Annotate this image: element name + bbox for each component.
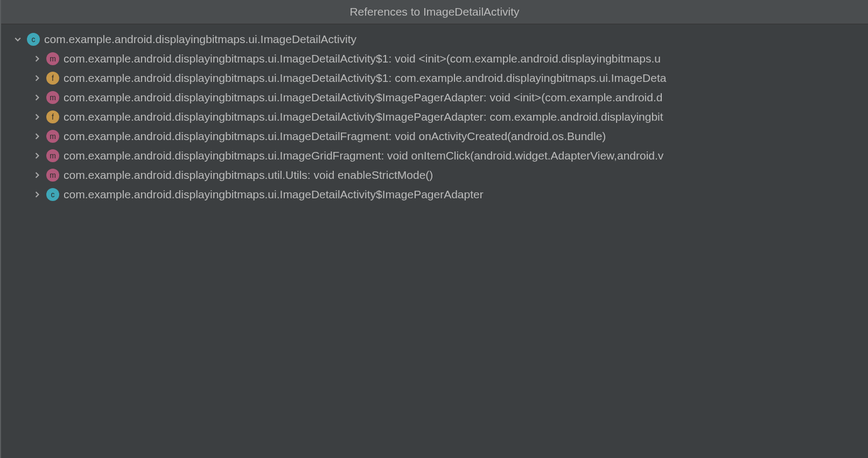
chevron-right-icon[interactable] <box>32 151 42 161</box>
tree-row[interactable]: m com.example.android.displayingbitmaps.… <box>1 88 868 107</box>
panel-title-text: References to ImageDetailActivity <box>349 5 519 18</box>
chevron-right-icon[interactable] <box>32 190 42 199</box>
field-icon: f <box>46 72 59 85</box>
tree-item-label: com.example.android.displayingbitmaps.ui… <box>64 188 484 201</box>
method-icon: m <box>46 130 59 143</box>
tree-item-label: com.example.android.displayingbitmaps.ui… <box>64 110 663 123</box>
chevron-right-icon[interactable] <box>32 131 42 141</box>
method-icon: m <box>46 169 59 182</box>
tree-row[interactable]: m com.example.android.displayingbitmaps.… <box>1 49 868 68</box>
tree-row[interactable]: c com.example.android.displayingbitmaps.… <box>1 185 868 204</box>
method-icon: m <box>46 149 59 162</box>
tree-row[interactable]: m com.example.android.displayingbitmaps.… <box>1 165 868 185</box>
chevron-right-icon[interactable] <box>32 93 42 102</box>
chevron-right-icon[interactable] <box>32 73 42 83</box>
method-icon: m <box>46 91 59 104</box>
tree-root-label: com.example.android.displayingbitmaps.ui… <box>44 33 356 46</box>
field-icon: f <box>46 110 59 123</box>
tree-item-label: com.example.android.displayingbitmaps.ui… <box>64 91 662 104</box>
tree-row[interactable]: m com.example.android.displayingbitmaps.… <box>1 146 868 165</box>
panel-title: References to ImageDetailActivity <box>1 0 868 24</box>
chevron-down-icon[interactable] <box>13 34 23 44</box>
reference-tree: c com.example.android.displayingbitmaps.… <box>1 24 868 204</box>
tree-item-label: com.example.android.displayingbitmaps.ui… <box>64 130 606 143</box>
chevron-right-icon[interactable] <box>32 112 42 122</box>
tree-root-row[interactable]: c com.example.android.displayingbitmaps.… <box>1 30 868 49</box>
tree-item-label: com.example.android.displayingbitmaps.ut… <box>64 169 433 182</box>
class-icon: c <box>46 188 59 201</box>
tree-item-label: com.example.android.displayingbitmaps.ui… <box>64 52 661 65</box>
method-icon: m <box>46 52 59 65</box>
class-icon: c <box>27 33 40 46</box>
chevron-right-icon[interactable] <box>32 54 42 64</box>
tree-row[interactable]: f com.example.android.displayingbitmaps.… <box>1 68 868 88</box>
tree-item-label: com.example.android.displayingbitmaps.ui… <box>64 149 663 162</box>
tree-row[interactable]: f com.example.android.displayingbitmaps.… <box>1 107 868 127</box>
tree-row[interactable]: m com.example.android.displayingbitmaps.… <box>1 127 868 146</box>
tree-item-label: com.example.android.displayingbitmaps.ui… <box>64 72 666 85</box>
chevron-right-icon[interactable] <box>32 170 42 180</box>
